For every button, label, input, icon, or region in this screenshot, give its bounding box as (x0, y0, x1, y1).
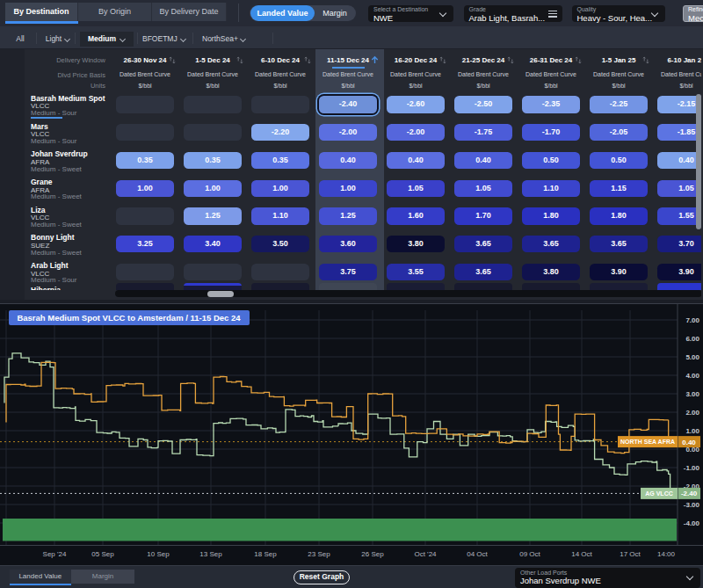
svg-text:2.00: 2.00 (685, 409, 699, 417)
svg-text:6.00: 6.00 (685, 335, 699, 343)
svg-text:3.00: 3.00 (685, 390, 699, 398)
svg-text:4.00: 4.00 (685, 372, 699, 380)
svg-text:Oct '24: Oct '24 (414, 550, 437, 558)
svg-text:0.40: 0.40 (682, 439, 696, 446)
svg-text:-2.40: -2.40 (681, 490, 698, 497)
svg-text:-1.00: -1.00 (684, 464, 700, 472)
svg-text:-3.00: -3.00 (684, 501, 700, 509)
svg-text:09 Oct: 09 Oct (519, 550, 540, 558)
svg-text:10 Sep: 10 Sep (147, 550, 170, 558)
svg-text:-4.00: -4.00 (684, 519, 700, 527)
svg-text:05 Sep: 05 Sep (91, 550, 114, 558)
svg-text:04 Oct: 04 Oct (467, 550, 488, 558)
svg-text:5.00: 5.00 (685, 353, 699, 361)
svg-text:13 Sep: 13 Sep (199, 550, 222, 558)
svg-text:14 Oct: 14 Oct (571, 550, 592, 558)
svg-text:AG VLCC: AG VLCC (645, 490, 673, 497)
svg-text:14:00: 14:00 (657, 550, 676, 558)
svg-text:NORTH SEA AFRA: NORTH SEA AFRA (620, 439, 675, 445)
svg-text:18 Sep: 18 Sep (254, 550, 277, 558)
svg-text:23 Sep: 23 Sep (308, 550, 330, 558)
svg-text:26 Sep: 26 Sep (361, 550, 384, 558)
svg-text:17 Oct: 17 Oct (620, 550, 641, 558)
svg-text:1.00: 1.00 (685, 427, 699, 435)
svg-text:Sep '24: Sep '24 (43, 550, 67, 558)
svg-text:7.00: 7.00 (685, 316, 699, 324)
